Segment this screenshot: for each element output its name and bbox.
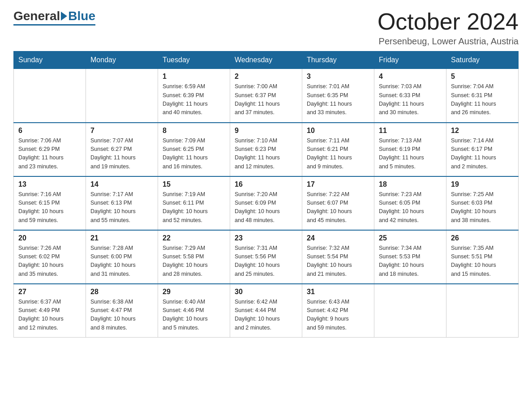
day-number: 29 [163,288,225,296]
calendar-cell: 27Sunrise: 6:37 AMSunset: 4:49 PMDayligh… [14,284,86,338]
day-info: Sunrise: 6:37 AMSunset: 4:49 PMDaylight:… [18,298,81,333]
day-number: 10 [307,127,369,135]
day-info: Sunrise: 7:28 AMSunset: 6:00 PMDaylight:… [90,244,153,279]
day-number: 18 [379,180,442,188]
weekday-header-tuesday: Tuesday [158,51,230,69]
calendar-cell: 5Sunrise: 7:04 AMSunset: 6:31 PMDaylight… [446,69,519,123]
day-info: Sunrise: 7:34 AMSunset: 5:53 PMDaylight:… [379,244,442,279]
title-section: October 2024 Persenbeug, Lower Austria, … [378,9,519,47]
calendar-cell: 28Sunrise: 6:38 AMSunset: 4:47 PMDayligh… [86,284,158,338]
day-info: Sunrise: 7:22 AMSunset: 6:07 PMDaylight:… [307,190,369,225]
day-info: Sunrise: 7:16 AMSunset: 6:15 PMDaylight:… [18,190,81,225]
day-number: 25 [379,234,442,242]
day-info: Sunrise: 6:59 AMSunset: 6:39 PMDaylight:… [163,82,225,117]
calendar-cell: 17Sunrise: 7:22 AMSunset: 6:07 PMDayligh… [302,176,374,230]
calendar-cell: 4Sunrise: 7:03 AMSunset: 6:33 PMDaylight… [374,69,446,123]
day-info: Sunrise: 7:25 AMSunset: 6:03 PMDaylight:… [451,190,514,225]
day-number: 26 [451,234,514,242]
calendar-cell: 3Sunrise: 7:01 AMSunset: 6:35 PMDaylight… [302,69,374,123]
day-info: Sunrise: 6:43 AMSunset: 4:42 PMDaylight:… [307,298,369,333]
day-info: Sunrise: 7:09 AMSunset: 6:25 PMDaylight:… [163,137,225,171]
day-number: 24 [307,234,369,242]
day-number: 9 [235,127,297,135]
day-info: Sunrise: 6:42 AMSunset: 4:44 PMDaylight:… [235,298,297,333]
calendar-cell: 2Sunrise: 7:00 AMSunset: 6:37 PMDaylight… [230,69,302,123]
week-row-2: 6Sunrise: 7:06 AMSunset: 6:29 PMDaylight… [14,123,519,176]
day-info: Sunrise: 7:29 AMSunset: 5:58 PMDaylight:… [163,244,225,279]
calendar-cell: 21Sunrise: 7:28 AMSunset: 6:00 PMDayligh… [86,230,158,284]
day-number: 3 [307,73,369,81]
logo-underline [13,24,95,26]
calendar-table: SundayMondayTuesdayWednesdayThursdayFrid… [13,51,519,338]
calendar-cell: 22Sunrise: 7:29 AMSunset: 5:58 PMDayligh… [158,230,230,284]
location-title: Persenbeug, Lower Austria, Austria [378,36,519,47]
day-number: 16 [235,180,297,188]
calendar-cell: 24Sunrise: 7:32 AMSunset: 5:54 PMDayligh… [302,230,374,284]
calendar-cell: 18Sunrise: 7:23 AMSunset: 6:05 PMDayligh… [374,176,446,230]
day-number: 1 [163,73,225,81]
calendar-cell: 14Sunrise: 7:17 AMSunset: 6:13 PMDayligh… [86,176,158,230]
calendar-cell: 1Sunrise: 6:59 AMSunset: 6:39 PMDaylight… [158,69,230,123]
weekday-header-saturday: Saturday [446,51,519,69]
weekday-header-thursday: Thursday [302,51,374,69]
day-info: Sunrise: 7:00 AMSunset: 6:37 PMDaylight:… [235,82,297,117]
logo-general-text: General [13,9,60,23]
calendar-cell: 12Sunrise: 7:14 AMSunset: 6:17 PMDayligh… [446,123,519,176]
calendar-cell: 8Sunrise: 7:09 AMSunset: 6:25 PMDaylight… [158,123,230,176]
weekday-header-monday: Monday [86,51,158,69]
day-number: 5 [451,73,514,81]
day-info: Sunrise: 7:20 AMSunset: 6:09 PMDaylight:… [235,190,297,225]
calendar-cell: 9Sunrise: 7:10 AMSunset: 6:23 PMDaylight… [230,123,302,176]
day-number: 22 [163,234,225,242]
calendar-cell: 15Sunrise: 7:19 AMSunset: 6:11 PMDayligh… [158,176,230,230]
day-info: Sunrise: 7:11 AMSunset: 6:21 PMDaylight:… [307,137,369,171]
day-number: 14 [90,180,153,188]
day-info: Sunrise: 7:04 AMSunset: 6:31 PMDaylight:… [451,82,514,117]
day-info: Sunrise: 7:23 AMSunset: 6:05 PMDaylight:… [379,190,442,225]
day-info: Sunrise: 7:35 AMSunset: 5:51 PMDaylight:… [451,244,514,279]
week-row-3: 13Sunrise: 7:16 AMSunset: 6:15 PMDayligh… [14,176,519,230]
weekday-header-wednesday: Wednesday [230,51,302,69]
day-info: Sunrise: 7:31 AMSunset: 5:56 PMDaylight:… [235,244,297,279]
day-number: 19 [451,180,514,188]
day-number: 7 [90,127,153,135]
day-number: 20 [18,234,81,242]
day-info: Sunrise: 7:26 AMSunset: 6:02 PMDaylight:… [18,244,81,279]
day-number: 28 [90,288,153,296]
day-info: Sunrise: 7:03 AMSunset: 6:33 PMDaylight:… [379,82,442,117]
calendar-cell: 13Sunrise: 7:16 AMSunset: 6:15 PMDayligh… [14,176,86,230]
day-number: 21 [90,234,153,242]
day-number: 23 [235,234,297,242]
day-number: 8 [163,127,225,135]
day-info: Sunrise: 7:17 AMSunset: 6:13 PMDaylight:… [90,190,153,225]
weekday-header-friday: Friday [374,51,446,69]
day-number: 15 [163,180,225,188]
calendar-cell: 7Sunrise: 7:07 AMSunset: 6:27 PMDaylight… [86,123,158,176]
day-number: 2 [235,73,297,81]
weekday-header-sunday: Sunday [14,51,86,69]
logo-blue-text: Blue [68,9,95,23]
calendar-cell: 31Sunrise: 6:43 AMSunset: 4:42 PMDayligh… [302,284,374,338]
calendar-cell: 16Sunrise: 7:20 AMSunset: 6:09 PMDayligh… [230,176,302,230]
calendar-cell [86,69,158,123]
weekday-header-row: SundayMondayTuesdayWednesdayThursdayFrid… [14,51,519,69]
day-info: Sunrise: 6:40 AMSunset: 4:46 PMDaylight:… [163,298,225,333]
day-info: Sunrise: 7:07 AMSunset: 6:27 PMDaylight:… [90,137,153,171]
day-number: 30 [235,288,297,296]
logo-triangle-icon [61,12,67,21]
month-title: October 2024 [378,9,519,34]
calendar-cell: 25Sunrise: 7:34 AMSunset: 5:53 PMDayligh… [374,230,446,284]
logo: General Blue [13,9,95,26]
page-header: General Blue October 2024 Persenbeug, Lo… [13,9,519,47]
day-info: Sunrise: 7:13 AMSunset: 6:19 PMDaylight:… [379,137,442,171]
calendar-cell: 20Sunrise: 7:26 AMSunset: 6:02 PMDayligh… [14,230,86,284]
calendar-cell: 6Sunrise: 7:06 AMSunset: 6:29 PMDaylight… [14,123,86,176]
day-info: Sunrise: 6:38 AMSunset: 4:47 PMDaylight:… [90,298,153,333]
calendar-cell: 23Sunrise: 7:31 AMSunset: 5:56 PMDayligh… [230,230,302,284]
calendar-cell: 10Sunrise: 7:11 AMSunset: 6:21 PMDayligh… [302,123,374,176]
day-number: 12 [451,127,514,135]
calendar-cell: 19Sunrise: 7:25 AMSunset: 6:03 PMDayligh… [446,176,519,230]
day-number: 11 [379,127,442,135]
day-number: 13 [18,180,81,188]
day-info: Sunrise: 7:19 AMSunset: 6:11 PMDaylight:… [163,190,225,225]
